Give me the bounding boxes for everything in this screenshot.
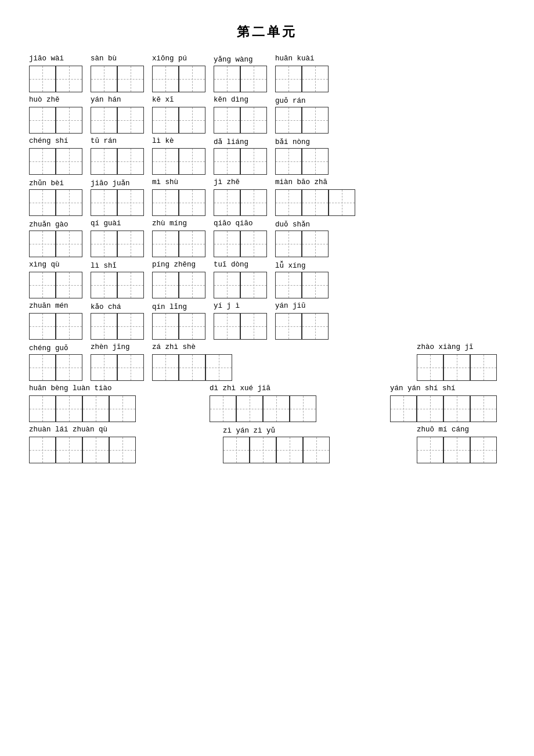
char-box-6-3-0[interactable] [214, 313, 240, 340]
char-box-6-3-1[interactable] [240, 313, 267, 340]
char-box-1-0-0[interactable] [29, 107, 56, 134]
char-box-7-0-0[interactable] [29, 354, 56, 381]
char-box-6-1-0[interactable] [91, 313, 117, 340]
char-box-7-4-0[interactable] [417, 354, 443, 381]
char-box-4-3-0[interactable] [214, 231, 240, 257]
char-box-0-2-1[interactable] [179, 66, 205, 92]
char-box-0-0-0[interactable] [29, 66, 56, 92]
char-box-6-0-0[interactable] [29, 313, 56, 340]
char-box-9-2-1[interactable] [250, 437, 276, 463]
char-box-3-2-0[interactable] [152, 189, 179, 216]
char-box-8-0-3[interactable] [109, 395, 136, 422]
char-box-1-0-1[interactable] [56, 107, 82, 134]
char-box-2-2-1[interactable] [179, 148, 205, 175]
char-box-4-4-0[interactable] [275, 231, 302, 257]
char-box-2-0-0[interactable] [29, 148, 56, 175]
char-box-7-2-0[interactable] [152, 354, 179, 381]
char-box-1-3-0[interactable] [214, 107, 240, 134]
char-box-3-4-0[interactable] [275, 189, 302, 216]
char-box-4-1-1[interactable] [117, 231, 144, 257]
char-box-2-3-0[interactable] [214, 148, 240, 175]
char-box-6-2-0[interactable] [152, 313, 179, 340]
char-box-6-4-1[interactable] [302, 313, 329, 340]
char-box-9-2-0[interactable] [223, 437, 250, 463]
char-box-1-2-0[interactable] [152, 107, 179, 134]
char-box-2-1-0[interactable] [91, 148, 117, 175]
char-box-8-0-1[interactable] [56, 395, 82, 422]
char-box-4-1-0[interactable] [91, 231, 117, 257]
char-box-8-2-2[interactable] [263, 395, 290, 422]
char-box-1-4-0[interactable] [275, 107, 302, 134]
char-box-9-4-2[interactable] [470, 437, 497, 463]
char-box-4-4-1[interactable] [302, 231, 329, 257]
char-box-1-1-1[interactable] [117, 107, 144, 134]
char-box-8-0-2[interactable] [82, 395, 109, 422]
char-box-2-1-1[interactable] [117, 148, 144, 175]
char-box-5-2-0[interactable] [152, 272, 179, 298]
char-box-3-0-1[interactable] [56, 189, 82, 216]
char-box-9-2-2[interactable] [276, 437, 303, 463]
char-box-8-4-3[interactable] [470, 395, 497, 422]
char-box-0-4-1[interactable] [302, 66, 329, 92]
char-box-2-2-0[interactable] [152, 148, 179, 175]
char-box-4-0-1[interactable] [56, 231, 82, 257]
char-box-7-0-1[interactable] [56, 354, 82, 381]
char-box-3-4-2[interactable] [329, 189, 355, 216]
char-box-8-0-0[interactable] [29, 395, 56, 422]
char-box-6-1-1[interactable] [117, 313, 144, 340]
char-box-5-1-1[interactable] [117, 272, 144, 298]
char-box-3-3-1[interactable] [240, 189, 267, 216]
char-box-8-4-2[interactable] [443, 395, 470, 422]
char-box-1-1-0[interactable] [91, 107, 117, 134]
char-box-1-3-1[interactable] [240, 107, 267, 134]
char-box-4-0-0[interactable] [29, 231, 56, 257]
char-box-6-0-1[interactable] [56, 313, 82, 340]
char-box-6-4-0[interactable] [275, 313, 302, 340]
char-box-5-1-0[interactable] [91, 272, 117, 298]
char-box-5-3-0[interactable] [214, 272, 240, 298]
char-box-0-3-0[interactable] [214, 66, 240, 92]
char-box-8-4-1[interactable] [417, 395, 443, 422]
char-box-5-0-1[interactable] [56, 272, 82, 298]
char-box-3-2-1[interactable] [179, 189, 205, 216]
char-box-3-1-0[interactable] [91, 189, 117, 216]
char-box-0-1-0[interactable] [91, 66, 117, 92]
char-box-8-2-3[interactable] [290, 395, 316, 422]
char-box-3-4-1[interactable] [302, 189, 329, 216]
char-box-8-2-1[interactable] [236, 395, 263, 422]
char-box-9-4-0[interactable] [417, 437, 443, 463]
char-box-1-2-1[interactable] [179, 107, 205, 134]
char-box-9-0-2[interactable] [82, 437, 109, 463]
char-box-1-4-1[interactable] [302, 107, 329, 134]
char-box-5-3-1[interactable] [240, 272, 267, 298]
char-box-4-2-1[interactable] [179, 231, 205, 257]
char-box-4-3-1[interactable] [240, 231, 267, 257]
char-box-2-3-1[interactable] [240, 148, 267, 175]
char-box-2-4-1[interactable] [302, 148, 329, 175]
char-box-9-2-3[interactable] [303, 437, 330, 463]
char-box-0-4-0[interactable] [275, 66, 302, 92]
char-box-5-0-0[interactable] [29, 272, 56, 298]
char-box-7-4-1[interactable] [443, 354, 470, 381]
char-box-5-4-0[interactable] [275, 272, 302, 298]
char-box-9-4-1[interactable] [443, 437, 470, 463]
char-box-7-2-1[interactable] [179, 354, 205, 381]
char-box-4-2-0[interactable] [152, 231, 179, 257]
char-box-8-2-0[interactable] [210, 395, 236, 422]
char-box-2-0-1[interactable] [56, 148, 82, 175]
char-box-9-0-3[interactable] [109, 437, 136, 463]
char-box-9-0-0[interactable] [29, 437, 56, 463]
char-box-5-4-1[interactable] [302, 272, 329, 298]
char-box-3-3-0[interactable] [214, 189, 240, 216]
char-box-3-1-1[interactable] [117, 189, 144, 216]
char-box-8-4-0[interactable] [390, 395, 417, 422]
char-box-0-1-1[interactable] [117, 66, 144, 92]
char-box-7-2-2[interactable] [205, 354, 232, 381]
char-box-7-4-2[interactable] [470, 354, 497, 381]
char-box-7-1-1[interactable] [117, 354, 144, 381]
char-box-0-0-1[interactable] [56, 66, 82, 92]
char-box-6-2-1[interactable] [179, 313, 205, 340]
char-box-0-2-0[interactable] [152, 66, 179, 92]
char-box-0-3-1[interactable] [240, 66, 267, 92]
char-box-5-2-1[interactable] [179, 272, 205, 298]
